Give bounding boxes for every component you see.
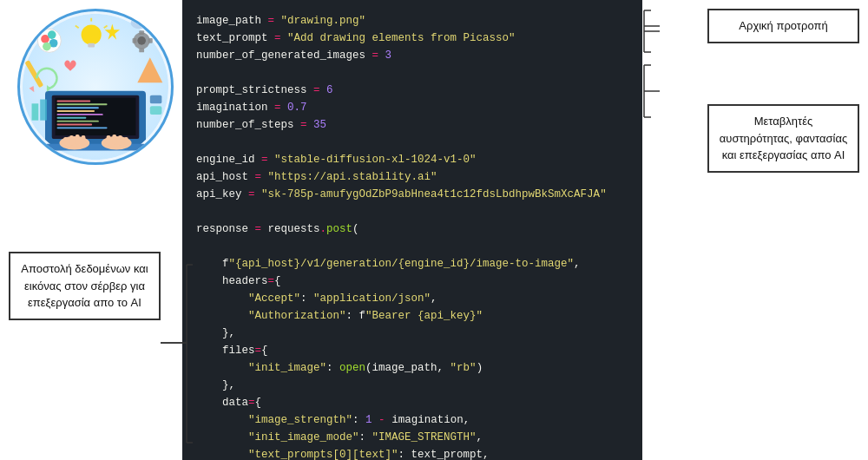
annotation-mid-right-text: Μεταβλητές αυστηρότητας, φαντασίας και ε… xyxy=(720,115,847,161)
svg-point-49 xyxy=(148,17,164,30)
svg-rect-23 xyxy=(118,135,122,146)
svg-rect-13 xyxy=(57,127,108,128)
code-line-10: api_host = "https://api.stability.ai" xyxy=(196,168,628,186)
svg-rect-8 xyxy=(57,110,95,112)
code-line-17: "Accept": "application/json", xyxy=(196,290,628,307)
code-line-24: "image_strength": 1 - imagination, xyxy=(196,411,628,429)
code-line-14 xyxy=(196,238,628,255)
annotation-top-right-text: Αρχική προτροπή xyxy=(739,19,827,32)
svg-rect-21 xyxy=(107,135,111,145)
svg-rect-22 xyxy=(112,135,116,145)
svg-rect-46 xyxy=(40,100,47,121)
code-line-7: number_of_steps = 35 xyxy=(196,116,628,134)
svg-rect-38 xyxy=(139,49,144,53)
code-block: image_path = "drawing.png" text_prompt =… xyxy=(182,0,642,460)
code-line-8 xyxy=(196,134,628,151)
svg-rect-39 xyxy=(133,38,137,43)
code-line-3: number_of_generated_images = 3 xyxy=(196,47,628,64)
svg-rect-10 xyxy=(57,117,87,119)
svg-rect-12 xyxy=(57,124,93,126)
code-line-4 xyxy=(196,64,628,82)
svg-rect-6 xyxy=(57,103,108,105)
code-line-1: image_path = "drawing.png" xyxy=(196,12,628,30)
svg-point-48 xyxy=(131,17,148,30)
svg-rect-26 xyxy=(88,43,95,48)
code-line-2: text_prompt = "Add drawing elements from… xyxy=(196,30,628,47)
code-line-18: "Authorization": f"Bearer {api_key}" xyxy=(196,307,628,325)
code-line-21: "init_image": open(image_path, "rb") xyxy=(196,359,628,377)
circle-illustration xyxy=(17,9,174,165)
svg-rect-4 xyxy=(56,98,136,136)
code-line-16: headers={ xyxy=(196,273,628,290)
annotation-bottom-left: Αποστολή δεδομένων και εικόνας στον σέρβ… xyxy=(9,252,161,320)
svg-rect-9 xyxy=(57,114,103,115)
code-line-20: files={ xyxy=(196,342,628,359)
svg-point-34 xyxy=(43,43,51,51)
svg-rect-24 xyxy=(124,137,128,146)
svg-rect-40 xyxy=(148,38,153,43)
code-line-23: data={ xyxy=(196,394,628,411)
annotation-mid-right: Μεταβλητές αυστηρότητας, φαντασίας και ε… xyxy=(707,104,859,173)
svg-rect-17 xyxy=(63,137,68,146)
svg-rect-20 xyxy=(82,135,86,145)
svg-point-25 xyxy=(82,24,102,44)
code-line-22: }, xyxy=(196,377,628,394)
code-line-15: f"{api_host}/v1/generation/{engine_id}/i… xyxy=(196,255,628,273)
svg-point-36 xyxy=(137,36,146,45)
svg-rect-18 xyxy=(69,135,74,146)
code-line-19: }, xyxy=(196,325,628,342)
svg-rect-7 xyxy=(57,107,99,108)
annotation-top-right: Αρχική προτροπή xyxy=(707,9,859,43)
svg-rect-45 xyxy=(32,103,39,120)
svg-rect-50 xyxy=(150,95,162,104)
svg-rect-5 xyxy=(57,100,91,102)
svg-rect-11 xyxy=(57,121,99,122)
code-line-26: "text_prompts[0][text]": text_prompt, xyxy=(196,446,628,460)
svg-rect-19 xyxy=(76,135,80,145)
code-line-25: "init_image_mode": "IMAGE_STRENGTH", xyxy=(196,429,628,446)
code-line-11: api_key = "sk-785p-amufygOdZbP9abHnea4t1… xyxy=(196,186,628,203)
code-line-12 xyxy=(196,203,628,220)
code-line-9: engine_id = "stable-diffusion-xl-1024-v1… xyxy=(196,151,628,168)
code-line-5: prompt_strictness = 6 xyxy=(196,82,628,99)
annotation-bottom-left-text: Αποστολή δεδομένων και εικόνας στον σέρβ… xyxy=(21,262,148,309)
svg-rect-37 xyxy=(139,30,144,35)
code-line-13: response = requests.post( xyxy=(196,220,628,238)
svg-rect-51 xyxy=(150,106,162,115)
svg-point-32 xyxy=(48,30,56,39)
code-line-6: imagination = 0.7 xyxy=(196,99,628,116)
illustration-svg xyxy=(20,9,171,165)
